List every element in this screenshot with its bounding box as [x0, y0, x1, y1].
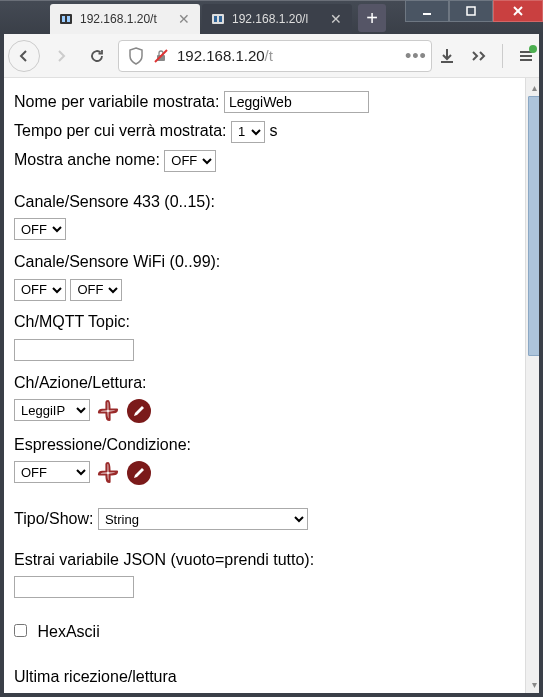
mqtt-input[interactable] [14, 339, 134, 361]
json-label: Estrai variabile JSON (vuoto=prendi tutt… [14, 546, 511, 573]
sensorwifi-label: Canale/Sensore WiFi (0..99): [14, 248, 511, 275]
reload-button[interactable] [82, 41, 112, 71]
tab-label: 192.168.1.20/l [232, 12, 322, 26]
forward-button[interactable] [46, 41, 76, 71]
svg-rect-7 [467, 7, 475, 15]
showname-label: Mostra anche nome: [14, 151, 160, 168]
url-path: /t [265, 47, 273, 64]
tab-label: 192.168.1.20/t [80, 12, 170, 26]
time-label: Tempo per cui verrà mostrata: [14, 122, 227, 139]
type-select[interactable]: String [98, 508, 308, 530]
action-label: Ch/Azione/Lettura: [14, 369, 511, 396]
url-bar: 192.168.1.20/t ••• [0, 34, 543, 78]
add-expr-button[interactable] [94, 459, 122, 487]
add-action-button[interactable] [94, 397, 122, 425]
insecure-icon [153, 48, 169, 64]
showname-select[interactable]: OFF [164, 150, 216, 172]
edit-expr-button[interactable] [127, 461, 151, 485]
shield-icon [127, 47, 145, 65]
url-host: 192.168.1.20 [177, 47, 265, 64]
mqtt-label: Ch/MQTT Topic: [14, 308, 511, 335]
back-button[interactable] [8, 40, 40, 72]
page-actions-icon[interactable]: ••• [405, 53, 423, 59]
tab-favicon-icon [58, 11, 74, 27]
hexascii-checkbox[interactable] [14, 624, 27, 637]
action-select[interactable]: LeggiIP [14, 399, 90, 421]
maximize-button[interactable] [449, 0, 493, 22]
time-select[interactable]: 1 [231, 121, 265, 143]
address-field[interactable]: 192.168.1.20/t ••• [118, 40, 432, 72]
sensor433-select[interactable]: OFF [14, 218, 66, 240]
svg-rect-5 [219, 16, 222, 22]
url-text: 192.168.1.20/t [177, 47, 273, 64]
lastread-label: Ultima ricezione/lettura [14, 668, 177, 685]
json-input[interactable] [14, 576, 134, 598]
expr-select[interactable]: OFF [14, 461, 90, 483]
close-icon[interactable]: ✕ [176, 11, 192, 27]
menu-button[interactable] [517, 47, 535, 65]
window-close-button[interactable] [493, 0, 543, 22]
window-titlebar: 192.168.1.20/t ✕ 192.168.1.20/l ✕ + [0, 0, 543, 34]
window-controls [405, 1, 543, 34]
sensorwifi-select-b[interactable]: OFF [70, 279, 122, 301]
svg-rect-1 [62, 16, 65, 22]
tab-strip: 192.168.1.20/t ✕ 192.168.1.20/l ✕ + [0, 1, 386, 34]
downloads-button[interactable] [438, 47, 456, 65]
row-time: Tempo per cui verrà mostrata: 1 s [14, 117, 511, 144]
page-content: Nome per variabile mostrata: Tempo per c… [0, 78, 525, 693]
browser-tab-1[interactable]: 192.168.1.20/l ✕ [202, 4, 352, 34]
svg-rect-2 [67, 16, 70, 22]
sensor433-label: Canale/Sensore 433 (0..15): [14, 188, 511, 215]
overflow-button[interactable] [470, 47, 488, 65]
name-label: Nome per variabile mostrata: [14, 93, 219, 110]
name-input[interactable] [224, 91, 369, 113]
row-name: Nome per variabile mostrata: [14, 88, 511, 115]
tab-favicon-icon [210, 11, 226, 27]
edit-action-button[interactable] [127, 399, 151, 423]
new-tab-button[interactable]: + [358, 4, 386, 32]
close-icon[interactable]: ✕ [328, 11, 344, 27]
row-showname: Mostra anche nome: OFF [14, 146, 511, 173]
time-unit: s [269, 122, 277, 139]
svg-rect-4 [214, 16, 217, 22]
svg-rect-3 [212, 14, 224, 24]
browser-tab-0[interactable]: 192.168.1.20/t ✕ [50, 4, 200, 34]
hexascii-label: HexAscii [37, 623, 99, 640]
svg-rect-0 [60, 14, 72, 24]
type-label: Tipo/Show: [14, 510, 93, 527]
minimize-button[interactable] [405, 0, 449, 22]
sensorwifi-select-a[interactable]: OFF [14, 279, 66, 301]
expr-label: Espressione/Condizione: [14, 431, 511, 458]
